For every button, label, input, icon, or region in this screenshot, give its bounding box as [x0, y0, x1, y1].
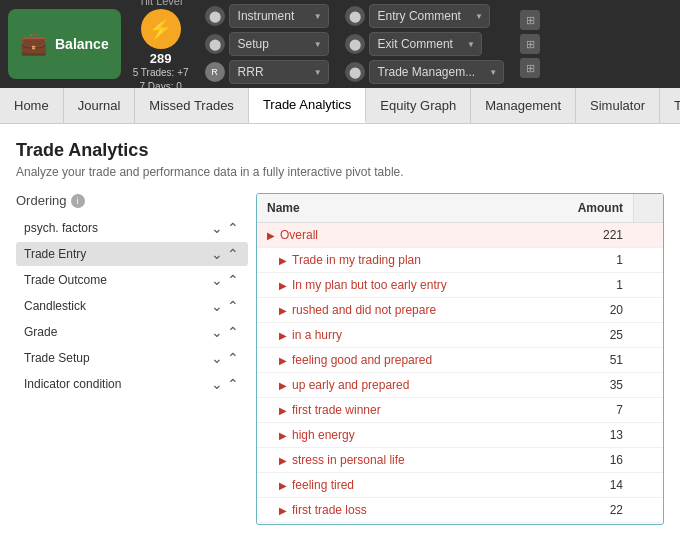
- row-amount: 25: [610, 328, 623, 342]
- sort-down-arrow[interactable]: ⌄: [210, 221, 224, 235]
- expand-arrow[interactable]: ▶: [279, 455, 287, 466]
- sort-arrows: ⌄ ⌃: [210, 299, 240, 313]
- sort-up-arrow[interactable]: ⌃: [226, 221, 240, 235]
- expand-arrow[interactable]: ▶: [279, 355, 287, 366]
- entry-comment-dropdown[interactable]: Entry Comment: [369, 4, 490, 28]
- table-row: ▶ first trade winner 7: [257, 398, 663, 423]
- sort-down-arrow[interactable]: ⌄: [210, 247, 224, 261]
- td-name: ▶ high energy: [257, 423, 563, 447]
- tab-trading-sessions[interactable]: Trading Sessions: [660, 88, 680, 123]
- sort-down-arrow[interactable]: ⌄: [210, 273, 224, 287]
- tab-management[interactable]: Management: [471, 88, 576, 123]
- page-title: Trade Analytics: [16, 140, 664, 161]
- table-row: ▶ feeling good and prepared 51: [257, 348, 663, 373]
- table-row: ▶ not enough sleep 2: [257, 523, 663, 524]
- row-name: feeling tired: [292, 478, 354, 492]
- ordering-item: Trade Setup ⌄ ⌃: [16, 346, 248, 370]
- expand-arrow[interactable]: ▶: [279, 305, 287, 316]
- table-row: ▶ feeling tired 14: [257, 473, 663, 498]
- tab-missed-trades[interactable]: Missed Trades: [135, 88, 249, 123]
- td-amount: 22: [563, 498, 633, 522]
- tab-equity-graph[interactable]: Equity Graph: [366, 88, 471, 123]
- tilt-icon: ⚡: [148, 17, 173, 41]
- tab-trade-analytics[interactable]: Trade Analytics: [249, 88, 366, 123]
- row-name: in a hurry: [292, 328, 342, 342]
- td-amount: 2: [563, 523, 633, 524]
- tab-journal[interactable]: Journal: [64, 88, 136, 123]
- row-name: Overall: [280, 228, 318, 242]
- expand-arrow[interactable]: ▶: [279, 380, 287, 391]
- row-amount: 13: [610, 428, 623, 442]
- balance-widget: 💼 Balance: [8, 9, 121, 79]
- td-name: ▶ in a hurry: [257, 323, 563, 347]
- top-bar: 💼 Balance Tilt Level ⚡ 289 5 Trades: +7 …: [0, 0, 680, 88]
- setup-dropdown[interactable]: Setup: [229, 32, 329, 56]
- sort-up-arrow[interactable]: ⌃: [226, 247, 240, 261]
- rrr-dropdown[interactable]: RRR: [229, 60, 329, 84]
- tilt-label: Tilt Level: [139, 0, 183, 7]
- row-amount: 7: [616, 403, 623, 417]
- sort-down-arrow[interactable]: ⌄: [210, 377, 224, 391]
- instrument-dropdown[interactable]: Instrument: [229, 4, 329, 28]
- expand-arrow[interactable]: ▶: [279, 330, 287, 341]
- th-extra: [633, 194, 663, 222]
- td-amount: 1: [563, 248, 633, 272]
- left-dropdown-group: ⬤ Instrument ⬤ Setup R RRR: [205, 4, 329, 84]
- sort-down-arrow[interactable]: ⌄: [210, 325, 224, 339]
- tilt-circle: ⚡: [141, 9, 181, 49]
- ordering-item: Indicator condition ⌄ ⌃: [16, 372, 248, 396]
- th-amount: Amount: [563, 194, 633, 222]
- grid-icon-2[interactable]: ⊞: [520, 34, 540, 54]
- row-amount: 16: [610, 453, 623, 467]
- expand-arrow[interactable]: ▶: [279, 255, 287, 266]
- sort-down-arrow[interactable]: ⌄: [210, 299, 224, 313]
- sort-down-arrow[interactable]: ⌄: [210, 351, 224, 365]
- exit-comment-icon: ⬤: [345, 34, 365, 54]
- ordering-item-label: Indicator condition: [24, 377, 210, 391]
- sort-up-arrow[interactable]: ⌃: [226, 377, 240, 391]
- tab-home[interactable]: Home: [0, 88, 64, 123]
- expand-arrow[interactable]: ▶: [279, 480, 287, 491]
- row-amount: 35: [610, 378, 623, 392]
- grid-icon-1[interactable]: ⊞: [520, 10, 540, 30]
- ordering-info-icon[interactable]: i: [71, 194, 85, 208]
- td-amount: 14: [563, 473, 633, 497]
- table-row: ▶ in a hurry 25: [257, 323, 663, 348]
- table-row: ▶ high energy 13: [257, 423, 663, 448]
- setup-pair: ⬤ Setup: [205, 32, 329, 56]
- ordering-item-label: Trade Entry: [24, 247, 210, 261]
- expand-arrow[interactable]: ▶: [279, 280, 287, 291]
- row-name: first trade winner: [292, 403, 381, 417]
- expand-arrow[interactable]: ▶: [267, 230, 275, 241]
- exit-comment-dropdown[interactable]: Exit Comment: [369, 32, 482, 56]
- tab-simulator[interactable]: Simulator: [576, 88, 660, 123]
- td-amount: 7: [563, 398, 633, 422]
- table-panel: Name Amount ▶ Overall 221 ▶ Trade in my …: [256, 193, 664, 525]
- entry-comment-pair: ⬤ Entry Comment: [345, 4, 505, 28]
- exit-comment-pair: ⬤ Exit Comment: [345, 32, 505, 56]
- sort-up-arrow[interactable]: ⌃: [226, 299, 240, 313]
- td-name: ▶ feeling tired: [257, 473, 563, 497]
- sort-arrows: ⌄ ⌃: [210, 351, 240, 365]
- sort-arrows: ⌄ ⌃: [210, 247, 240, 261]
- expand-arrow[interactable]: ▶: [279, 430, 287, 441]
- td-name: ▶ In my plan but too early entry: [257, 273, 563, 297]
- sort-up-arrow[interactable]: ⌃: [226, 351, 240, 365]
- row-name: high energy: [292, 428, 355, 442]
- row-amount: 51: [610, 353, 623, 367]
- ordering-item-label: psych. factors: [24, 221, 210, 235]
- td-amount: 16: [563, 448, 633, 472]
- trade-mgmt-dropdown[interactable]: Trade Managem...: [369, 60, 505, 84]
- row-amount: 20: [610, 303, 623, 317]
- expand-arrow[interactable]: ▶: [279, 505, 287, 516]
- nav-tabs: HomeJournalMissed TradesTrade AnalyticsE…: [0, 88, 680, 124]
- grid-icon-3[interactable]: ⊞: [520, 58, 540, 78]
- expand-arrow[interactable]: ▶: [279, 405, 287, 416]
- sort-up-arrow[interactable]: ⌃: [226, 325, 240, 339]
- td-name: ▶ rushed and did not prepare: [257, 298, 563, 322]
- sort-up-arrow[interactable]: ⌃: [226, 273, 240, 287]
- td-name: ▶ first trade winner: [257, 398, 563, 422]
- tilt-widget: Tilt Level ⚡ 289 5 Trades: +7 7 Days: 0: [133, 0, 189, 94]
- td-name: ▶ Overall: [257, 223, 563, 247]
- row-name: In my plan but too early entry: [292, 278, 447, 292]
